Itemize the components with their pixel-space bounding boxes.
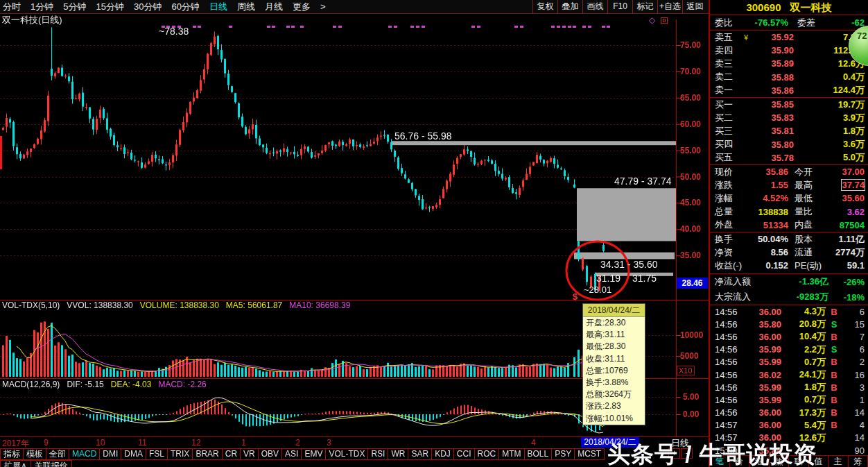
indicator-tab-CCI[interactable]: CCI bbox=[453, 448, 475, 460]
ask-price: 35.90 bbox=[751, 45, 794, 56]
toolbar-button-标记[interactable]: 标记 bbox=[632, 0, 657, 13]
timeframe-item-15分钟[interactable]: 15分钟 bbox=[96, 1, 123, 13]
tooltip-row: 涨跌:2.83 bbox=[583, 400, 645, 412]
bid-row[interactable]: 买二35.833.9万 bbox=[710, 111, 868, 124]
ask-row[interactable]: 卖四35.90112.4万 bbox=[710, 44, 868, 57]
tick-volume: 20.8万 bbox=[781, 318, 826, 330]
timeframe-item-30分钟[interactable]: 30分钟 bbox=[134, 1, 162, 13]
timeframe-item-更多[interactable]: 更多 bbox=[293, 1, 311, 13]
toolbar-button-复权[interactable]: 复权 bbox=[532, 0, 557, 13]
indicator-tab-WR[interactable]: WR bbox=[388, 448, 408, 460]
ask-price: 35.92 bbox=[751, 32, 794, 42]
tick-volume: 17.3万 bbox=[781, 407, 826, 419]
indicator-tab-OBV[interactable]: OBV bbox=[258, 448, 282, 460]
toolbar-button-返回[interactable]: 返回 bbox=[682, 0, 707, 13]
indicator-tab-PSY[interactable]: PSY bbox=[551, 448, 575, 460]
ask-row[interactable]: 卖一35.86124.4万 bbox=[710, 84, 868, 97]
bid-row[interactable]: 买一35.8519.7万 bbox=[710, 98, 868, 111]
timeframe-item->[interactable]: > bbox=[320, 1, 326, 12]
ask-row[interactable]: 卖三35.8912.6万 bbox=[710, 57, 868, 70]
timeframe-item-日线[interactable]: 日线 bbox=[209, 1, 227, 13]
info-value: 8.56 bbox=[745, 247, 788, 257]
tick-time: 14:56 bbox=[710, 344, 745, 355]
indicator-tab-SAR[interactable]: SAR bbox=[408, 448, 432, 460]
bid-row[interactable]: 买五35.785.0万 bbox=[710, 151, 868, 164]
indicator-tab-DMA[interactable]: DMA bbox=[121, 448, 146, 460]
quote-tab-筹[interactable]: 筹 bbox=[849, 456, 868, 467]
ask-row[interactable]: 卖五¥35.927.2万 bbox=[710, 31, 868, 44]
indicator-tab-全部[interactable]: 全部 bbox=[46, 448, 69, 460]
timeframe-item-分时[interactable]: 分时 bbox=[3, 1, 21, 13]
tick-time: 14:56 bbox=[710, 307, 745, 317]
diamond-icon[interactable]: ◇ bbox=[649, 15, 655, 25]
tick-time: 14:56 bbox=[710, 319, 745, 330]
toolbar-button-+自选[interactable]: +自选 bbox=[657, 0, 682, 13]
quote-tab-主[interactable]: 主 bbox=[828, 456, 849, 467]
timeframe-item-月线[interactable]: 月线 bbox=[265, 1, 283, 13]
price-tick-label: 70.00 bbox=[680, 67, 708, 76]
tick-count: 14 bbox=[842, 432, 868, 443]
annotation-gap3-right: 31.75 bbox=[632, 273, 657, 284]
tick-side: S bbox=[826, 319, 842, 330]
tick-time: 14:57 bbox=[710, 420, 745, 430]
volume-indicator-labels: VOL-TDX(5,10)VVOL: 138838.30VOLUME: 1388… bbox=[2, 300, 357, 310]
indicator-tab-ASI[interactable]: ASI bbox=[281, 448, 302, 460]
indicator-tab-VOL-TDX[interactable]: VOL-TDX bbox=[325, 448, 368, 460]
indicator-tab-MCST[interactable]: MCST bbox=[574, 448, 605, 460]
volume-tick-label: 5000 bbox=[680, 351, 699, 361]
ask-price: 35.86 bbox=[751, 85, 794, 96]
watermark: 头条号 / 牛哥说投资 bbox=[607, 439, 817, 467]
indicator-tab-TRIX[interactable]: TRIX bbox=[167, 448, 193, 460]
tick-count: 3 bbox=[842, 382, 868, 393]
footer-secondary-tabs: 扩展∧关联报价 bbox=[0, 460, 71, 467]
flow-percent: -26% bbox=[828, 277, 868, 287]
quote-panel: 300690 双一科技 委比 -76.57% 委差 -62 卖五¥35.927.… bbox=[709, 0, 868, 467]
indicator-tab-KDJ[interactable]: KDJ bbox=[431, 448, 454, 460]
bid-row[interactable]: 买三35.811.8万 bbox=[710, 124, 868, 137]
macd-tick-label: 0.00 bbox=[683, 409, 699, 419]
bid-row[interactable]: 买四35.803.6万 bbox=[710, 138, 868, 151]
indicator-tab-指标[interactable]: 指标 bbox=[0, 448, 24, 460]
ask-row[interactable]: 卖二35.880.4万 bbox=[710, 71, 868, 84]
info-value: 4.52% bbox=[745, 193, 788, 203]
indicator-tab-MACD[interactable]: MACD bbox=[69, 448, 100, 460]
indicator-tab-ROC[interactable]: ROC bbox=[474, 448, 500, 460]
indicator-tab-MTM[interactable]: MTM bbox=[498, 448, 524, 460]
indicator-tab-模板[interactable]: 模板 bbox=[23, 448, 46, 460]
timeframe-item-周线[interactable]: 周线 bbox=[237, 1, 255, 13]
indicator-tab-CR[interactable]: CR bbox=[222, 448, 241, 460]
indicator-tab-BOLL[interactable]: BOLL bbox=[524, 448, 553, 460]
timeframe-item-60分钟[interactable]: 60分钟 bbox=[171, 1, 199, 13]
stock-code: 300690 bbox=[746, 1, 781, 13]
tick-side: B bbox=[826, 382, 842, 393]
info-value: 35.86 bbox=[745, 167, 788, 177]
maximize-icon[interactable]: 回 bbox=[660, 15, 668, 27]
top-toolbar: 分时1分钟5分钟15分钟30分钟60分钟日线周线月线更多> 复权叠加画线F10标… bbox=[0, 0, 709, 14]
tooltip-row: 最低:28.30 bbox=[583, 341, 645, 353]
price-tick-label: 45.00 bbox=[680, 198, 708, 207]
info-value-text: 37.74 bbox=[842, 180, 865, 190]
toolbar-button-F10[interactable]: F10 bbox=[607, 0, 632, 13]
flow-percent: -18% bbox=[828, 292, 868, 303]
indicator-tab-VR[interactable]: VR bbox=[240, 448, 259, 460]
vol-ma10-value: MA10: 36698.39 bbox=[289, 300, 350, 310]
annotation-high: ~78.38 bbox=[159, 26, 189, 37]
footer-tab-扩展∧[interactable]: 扩展∧ bbox=[0, 460, 31, 467]
trade-tick-row: 14:5636.0017.3万B14 bbox=[710, 407, 868, 419]
timeframe-item-1分钟[interactable]: 1分钟 bbox=[31, 1, 53, 13]
info-label: 量比 bbox=[788, 205, 829, 218]
price-flag-icon: ¥ bbox=[744, 33, 751, 42]
indicator-tab-DMI[interactable]: DMI bbox=[99, 448, 121, 460]
toolbar-button-画线[interactable]: 画线 bbox=[582, 0, 607, 13]
info-value: 138838 bbox=[745, 207, 788, 217]
indicator-tab-FSL[interactable]: FSL bbox=[146, 448, 168, 460]
indicator-tab-RSI[interactable]: RSI bbox=[367, 448, 388, 460]
toolbar-button-叠加[interactable]: 叠加 bbox=[557, 0, 582, 13]
bid-price: 35.80 bbox=[751, 139, 794, 150]
tick-side: B bbox=[826, 395, 842, 405]
timeframe-item-5分钟[interactable]: 5分钟 bbox=[63, 1, 86, 13]
indicator-tab-BRAR[interactable]: BRAR bbox=[192, 448, 222, 460]
bid-label: 买一 bbox=[710, 99, 744, 111]
footer-tab-关联报价[interactable]: 关联报价 bbox=[31, 460, 72, 467]
indicator-tab-EMV[interactable]: EMV bbox=[301, 448, 326, 460]
